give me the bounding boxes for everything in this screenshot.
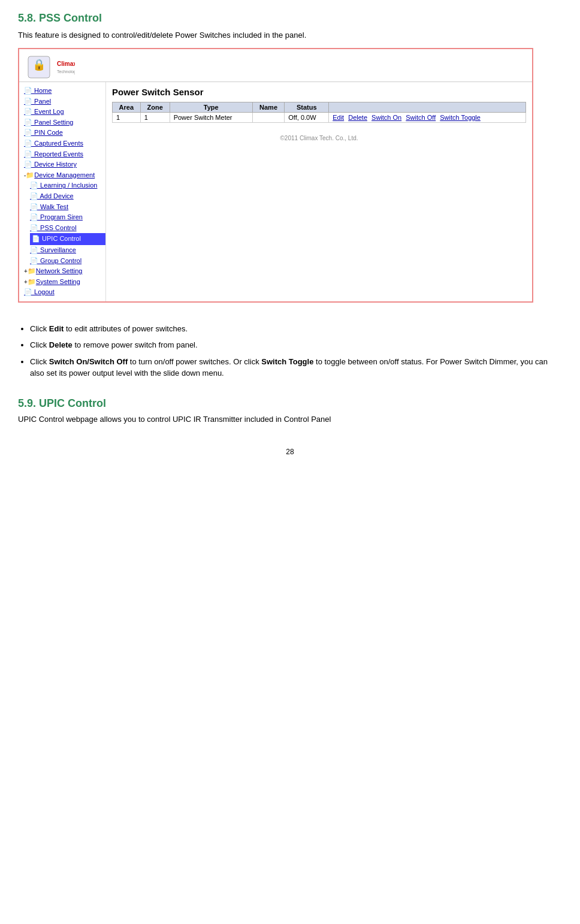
section1-intro: This feature is designed to control/edit…	[18, 31, 562, 40]
sidebar-item-event-log[interactable]: 📄 Event Log	[24, 107, 105, 117]
sidebar-item-group-control[interactable]: 📄 Group Control	[30, 256, 105, 267]
svg-text:Technology: Technology	[57, 70, 75, 74]
sidebar-item-system-setting[interactable]: + 📁 System Setting	[24, 277, 105, 288]
cell-area: 1	[113, 113, 141, 123]
bullet-1: Click Edit to edit attributes of power s…	[30, 323, 562, 335]
sidebar-item-device-management[interactable]: - 📁 Device Management	[24, 170, 105, 181]
sidebar-item-captured-events[interactable]: 📄 Captured Events	[24, 138, 105, 149]
sidebar-submenu-devmgmt: 📄 Learning / Inclusion 📄 Add Device 📄 Wa…	[24, 180, 105, 266]
adddevice-icon: 📄	[30, 192, 38, 200]
bullet1-before: Click	[30, 324, 49, 333]
sidebar-item-panel[interactable]: 📄 Panel	[24, 96, 105, 107]
page-number: 28	[18, 448, 562, 456]
eventlog-icon: 📄	[24, 108, 32, 115]
sidebar-item-device-history[interactable]: 📄 Device History	[24, 159, 105, 170]
main-content-area: Power Switch Sensor Area Zone Type Name …	[106, 82, 532, 301]
copyright-text: ©2011 Climax Tech. Co., Ltd.	[112, 135, 526, 141]
col-status: Status	[285, 102, 329, 113]
logout-icon: 📄	[24, 288, 32, 295]
bullet3-bold2: Switch Toggle	[261, 357, 313, 366]
sidebar-item-panel-setting[interactable]: 📄 Panel Setting	[24, 117, 105, 128]
section1-title: 5.8. PSS Control	[18, 12, 562, 25]
sidebar-item-surveillance[interactable]: 📄 Surveillance	[30, 245, 105, 256]
pincode-icon: 📄	[24, 129, 32, 136]
col-type: Type	[170, 102, 252, 113]
cell-zone: 1	[140, 113, 170, 123]
sidebar-item-network-setting[interactable]: + 📁 Network Setting	[24, 266, 105, 277]
sidebar-item-pin-code[interactable]: 📄 PIN Code	[24, 128, 105, 138]
surveillance-icon: 📄	[30, 246, 38, 253]
home-icon: 📄	[24, 87, 32, 94]
col-area: Area	[113, 102, 141, 113]
sidebar-item-reported-events[interactable]: 📄 Reported Events	[24, 149, 105, 160]
col-zone: Zone	[140, 102, 170, 113]
cell-status: Off, 0.0W	[285, 113, 329, 123]
col-actions	[329, 102, 526, 113]
sidebar-item-walk-test[interactable]: 📄 Walk Test	[30, 202, 105, 213]
col-name: Name	[252, 102, 285, 113]
panel-icon: 📄	[24, 98, 32, 105]
edit-link[interactable]: Edit	[333, 114, 344, 121]
sidebar-item-add-device[interactable]: 📄 Add Device	[30, 191, 105, 202]
switch-toggle-link[interactable]: Switch Toggle	[440, 114, 481, 121]
panelsetting-icon: 📄	[24, 119, 32, 126]
bullet2-before: Click	[30, 340, 49, 349]
panel-top-bar: 🔒 Climax Technology	[19, 49, 532, 82]
bullet3-before: Click	[30, 357, 49, 366]
bullet-2: Click Delete to remove power switch from…	[30, 339, 562, 351]
section2-title: 5.9. UPIC Control	[18, 397, 562, 410]
sidebar-item-home[interactable]: 📄 Home	[24, 86, 105, 96]
cell-type: Power Switch Meter	[170, 113, 252, 123]
climax-logo-svg: 🔒 Climax Technology	[27, 55, 75, 79]
table-row: 1 1 Power Switch Meter Off, 0.0W Edit De…	[113, 113, 526, 123]
cell-actions: Edit Delete Switch On Switch Off Switch …	[329, 113, 526, 123]
bullet2-after: to remove power switch from panel.	[72, 340, 198, 349]
sidebar-item-pss-control[interactable]: 📄 PSS Control	[30, 223, 105, 234]
panel-screenshot: 🔒 Climax Technology 📄 Home 📄 Panel 📄 Eve…	[18, 48, 562, 313]
bullet2-bold: Delete	[49, 340, 72, 349]
progsiren-icon: 📄	[30, 213, 38, 221]
power-switch-table: Area Zone Type Name Status 1 1 Power Sw	[112, 102, 526, 123]
upiccontrol-icon: 📄	[32, 235, 40, 242]
sidebar-item-learning[interactable]: 📄 Learning / Inclusion	[30, 180, 105, 191]
panel-logo: 🔒 Climax Technology	[24, 53, 78, 81]
switch-off-link[interactable]: Switch Off	[406, 114, 436, 121]
svg-text:🔒: 🔒	[32, 58, 46, 71]
devmgmt-folder-icon: 📁	[26, 171, 34, 179]
bullet-list: Click Edit to edit attributes of power s…	[30, 323, 562, 379]
delete-link[interactable]: Delete	[348, 114, 367, 121]
reported-icon: 📄	[24, 150, 32, 158]
walktest-icon: 📄	[30, 203, 38, 210]
bullet1-after: to edit attributes of power switches.	[64, 324, 188, 333]
bullet3-mid: to turn on/off power switches. Or click	[128, 357, 261, 366]
captured-icon: 📄	[24, 140, 32, 147]
sidebar-item-logout[interactable]: 📄 Logout	[24, 287, 105, 298]
bullet3-bold1: Switch On/Switch Off	[49, 357, 128, 366]
psscontrol-icon: 📄	[30, 224, 38, 231]
bullet1-bold: Edit	[49, 324, 64, 333]
sidebar: 📄 Home 📄 Panel 📄 Event Log 📄 Panel Setti…	[19, 82, 106, 301]
panel-body: 📄 Home 📄 Panel 📄 Event Log 📄 Panel Setti…	[19, 82, 532, 301]
system-folder-icon: 📁	[28, 278, 36, 286]
content-title: Power Switch Sensor	[112, 87, 526, 97]
groupcontrol-icon: 📄	[30, 257, 38, 264]
cell-name	[252, 113, 285, 123]
svg-text:Climax: Climax	[57, 61, 75, 67]
learning-icon: 📄	[30, 182, 38, 189]
bullet-3: Click Switch On/Switch Off to turn on/of…	[30, 356, 562, 379]
switch-on-link[interactable]: Switch On	[371, 114, 401, 121]
sidebar-item-program-siren[interactable]: 📄 Program Siren	[30, 212, 105, 223]
sidebar-item-upic-control[interactable]: 📄 UPIC Control	[30, 233, 105, 245]
devhistory-icon: 📄	[24, 161, 32, 168]
network-folder-icon: 📁	[28, 267, 36, 275]
section2-intro: UPIC Control webpage allows you to contr…	[18, 415, 562, 424]
